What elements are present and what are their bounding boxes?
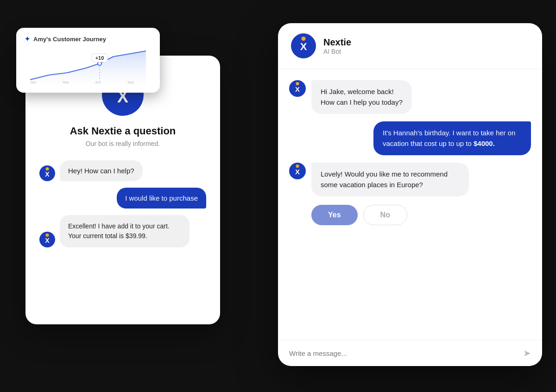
svg-text:Sep: Sep: [127, 80, 134, 84]
header-x: X: [300, 41, 307, 53]
back-bot-avatar-2: X: [39, 232, 55, 247]
front-bot-bubble-1: Hi Jake, welcome back!How can I help you…: [311, 80, 412, 114]
yesno-buttons: Yes No: [311, 205, 469, 225]
front-msg-3: X Lovely! Would you like me to recommend…: [289, 163, 531, 225]
scene: ✦ Amy's Customer Journey: [0, 0, 556, 392]
back-bot-bubble-1: Hey! How can I help?: [60, 160, 143, 181]
chat-header: X Nextie AI Bot: [278, 23, 542, 69]
svg-text:Jan: Jan: [30, 80, 36, 84]
back-bot-dot-sm-1: [46, 167, 49, 171]
bot-name: Nextie: [323, 37, 351, 48]
front-bot-bubble-2: Lovely! Would you like me to recommend s…: [311, 163, 469, 196]
back-bot-bubble-2: Excellent! I have add it to your cart. Y…: [60, 215, 190, 247]
no-button[interactable]: No: [363, 205, 407, 225]
header-dot: [302, 37, 306, 41]
header-info: Nextie AI Bot: [323, 37, 351, 55]
front-dot-2: [296, 164, 299, 168]
sparkle-icon: ✦: [25, 35, 30, 43]
back-x-sm-2: X: [45, 237, 49, 244]
back-msg-3: X Excellent! I have add it to your cart.…: [39, 215, 206, 247]
back-chat-card: X Ask Nextie a question Our bot is reall…: [25, 56, 220, 324]
yes-button[interactable]: Yes: [311, 205, 358, 225]
back-bot-avatar-1: X: [39, 165, 55, 181]
journey-card-header: ✦ Amy's Customer Journey: [25, 35, 152, 43]
send-button[interactable]: ➤: [523, 348, 531, 359]
send-icon: ➤: [523, 348, 531, 359]
header-avatar: X: [291, 33, 316, 58]
front-dot-1: [296, 82, 299, 85]
chat-input-bar: ➤: [278, 340, 542, 366]
svg-text:Mar: Mar: [63, 80, 69, 84]
front-msg-2: It's Hannah's birthday. I want to take h…: [289, 121, 531, 155]
front-bot-avatar-2: X: [289, 163, 306, 179]
back-msg-2: I would like to purchase: [39, 188, 206, 209]
chat-input[interactable]: [289, 349, 518, 357]
svg-text:+10: +10: [95, 55, 104, 61]
front-msg-1: X Hi Jake, welcome back!How can I help y…: [289, 80, 531, 114]
journey-card: ✦ Amy's Customer Journey: [16, 28, 160, 93]
chat-messages: X Hi Jake, welcome back!How can I help y…: [278, 69, 542, 340]
front-bot-avatar-1: X: [289, 80, 306, 97]
ask-subtitle: Our bot is really informed.: [86, 140, 160, 147]
back-chat-area: X Hey! How can I help? I would like to p…: [39, 160, 206, 247]
front-chat-card: X Nextie AI Bot X Hi Jake, welcome back!…: [278, 23, 542, 366]
front-user-bubble-1: It's Hannah's birthday. I want to take h…: [373, 121, 531, 155]
back-msg-1: X Hey! How can I help?: [39, 160, 206, 181]
ask-title: Ask Nextie a question: [70, 125, 176, 137]
chart-area: +10 Jan Mar Jun Sep: [25, 47, 152, 84]
journey-card-title: Amy's Customer Journey: [33, 36, 106, 43]
svg-text:Jun: Jun: [95, 80, 101, 84]
front-x-2: X: [295, 168, 300, 176]
front-x-1: X: [295, 85, 300, 93]
back-user-bubble-1: I would like to purchase: [117, 188, 206, 209]
journey-chart: +10 Jan Mar Jun Sep: [25, 47, 152, 84]
bot-type: AI Bot: [323, 48, 351, 55]
back-bot-dot-sm-2: [46, 234, 49, 237]
back-x-sm-1: X: [45, 171, 49, 178]
